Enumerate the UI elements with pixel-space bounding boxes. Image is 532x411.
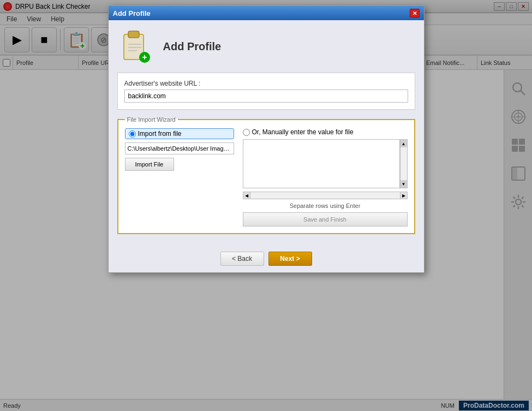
textarea-scrollbar-h[interactable]: ◀ ▶ — [243, 192, 408, 199]
dialog-titlebar: Add Profile ✕ — [109, 6, 424, 20]
dialog-footer: < Back Next > — [109, 247, 424, 272]
save-and-finish-button[interactable]: Save and Finish — [243, 212, 408, 227]
manually-enter-radio-label[interactable]: Or, Manually enter the value for file — [243, 128, 408, 136]
scroll-down-arrow[interactable]: ▼ — [401, 180, 407, 188]
svg-text:+: + — [142, 52, 147, 62]
advertiser-url-input[interactable] — [124, 90, 408, 103]
file-path-input[interactable] — [125, 142, 234, 154]
modal-overlay: Add Profile ✕ + Add Profil — [0, 0, 532, 411]
dialog-icon: + — [117, 29, 152, 64]
import-from-file-radio-label[interactable]: Import from file — [125, 128, 234, 139]
dialog-header: + Add Profile — [117, 29, 415, 64]
import-file-button[interactable]: Import File — [125, 158, 174, 171]
dialog-heading: Add Profile — [163, 40, 222, 53]
wizard-content: Import from file Import File Or, Manuall… — [125, 128, 408, 227]
add-profile-dialog: Add Profile ✕ + Add Profil — [108, 5, 425, 273]
text-area-wrapper: ▲ ▼ — [243, 139, 408, 188]
scroll-right-arrow[interactable]: ▶ — [400, 192, 408, 199]
wizard-fieldset: File Import Wizard Import from file Impo… — [117, 116, 415, 234]
textarea-scrollbar-v[interactable]: ▲ ▼ — [400, 139, 408, 188]
import-from-file-radio[interactable] — [129, 130, 136, 138]
back-button[interactable]: < Back — [220, 252, 264, 266]
svg-rect-39 — [128, 31, 139, 38]
import-from-file-label: Import from file — [138, 130, 182, 138]
left-section: Import from file Import File — [125, 128, 234, 227]
dialog-close-button[interactable]: ✕ — [410, 9, 420, 17]
separate-hint: Separate rows using Enter — [243, 202, 408, 209]
wizard-legend: File Import Wizard — [125, 116, 178, 123]
dialog-title: Add Profile — [113, 9, 151, 17]
manually-enter-radio[interactable] — [243, 129, 250, 136]
manually-enter-label: Or, Manually enter the value for file — [252, 128, 354, 136]
right-section: Or, Manually enter the value for file ▲ … — [243, 128, 408, 227]
advertiser-url-label: Advertiser's website URL : — [124, 80, 408, 87]
next-button[interactable]: Next > — [268, 252, 312, 266]
scroll-track-v — [401, 147, 407, 180]
scroll-left-arrow[interactable]: ◀ — [243, 192, 250, 199]
scroll-up-arrow[interactable]: ▲ — [401, 140, 407, 147]
dialog-body: + Add Profile Advertiser's website URL :… — [109, 20, 424, 247]
url-section: Advertiser's website URL : — [117, 73, 415, 110]
manual-entry-textarea[interactable] — [243, 139, 400, 188]
scroll-track-h — [250, 192, 400, 199]
